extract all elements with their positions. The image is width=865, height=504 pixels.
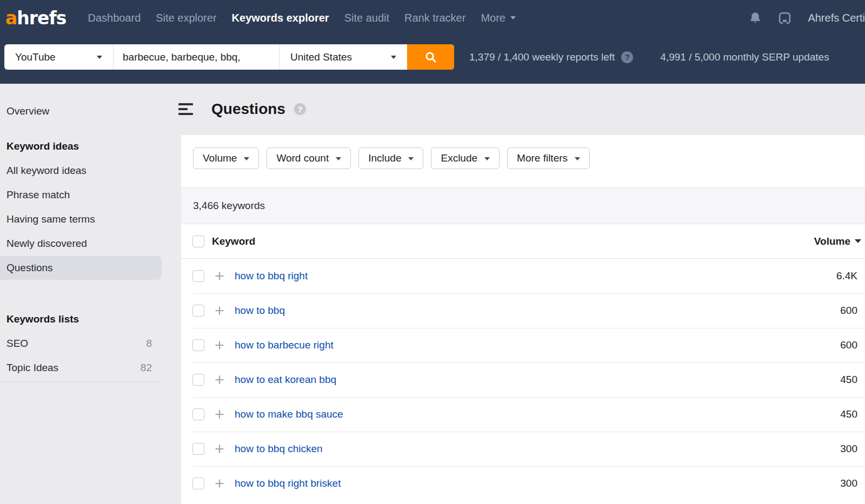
nav-site-audit[interactable]: Site audit [344,12,389,24]
nav-rank-tracker[interactable]: Rank tracker [404,12,465,24]
row-checkbox[interactable] [192,374,204,386]
ahrefs-certification-link[interactable]: Ahrefs Certi [808,12,865,24]
sidebar-item-newly-discovered[interactable]: Newly discovered [0,232,162,256]
filter-word-count-button[interactable]: Word count [267,147,351,169]
filter-volume-button[interactable]: Volume [193,147,259,169]
filter-exclude-button[interactable]: Exclude [431,147,500,169]
sidebar-item-phrase-match[interactable]: Phrase match [0,183,162,207]
reports-menu-icon[interactable] [178,103,193,115]
plus-icon[interactable] [214,271,225,281]
row-checkbox[interactable] [192,443,204,455]
list-label: Topic Ideas [6,362,58,373]
search-engine-select[interactable]: YouTube [4,44,114,70]
sidebar-divider [0,381,163,382]
help-icon[interactable]: ? [621,51,633,63]
column-header-volume[interactable]: Volume [814,236,857,247]
list-count: 8 [146,332,152,355]
weekly-reports-left: 1,379 / 1,400 weekly reports left [469,51,615,63]
row-checkbox[interactable] [192,305,204,317]
chevron-down-icon [244,157,249,160]
table-row: how to barbecue right 600 [181,328,865,362]
row-checkbox[interactable] [192,339,204,351]
chevron-down-icon [336,157,341,160]
keyword-link[interactable]: how to bbq right brisket [235,478,341,489]
plus-icon[interactable] [214,374,225,385]
list-label: SEO [6,338,28,349]
keyword-link[interactable]: how to barbecue right [235,339,334,351]
nav-keywords-explorer[interactable]: Keywords explorer [232,12,329,24]
keyword-volume: 300 [840,443,857,455]
chevron-down-icon [575,157,580,160]
sidebar-item-topic-ideas-list[interactable]: 82 Topic Ideas [0,356,162,380]
bell-icon[interactable] [749,11,762,24]
sidebar-item-questions[interactable]: Questions [0,256,162,280]
keyword-volume: 6.4K [836,270,857,282]
ahrefs-logo[interactable]: ahrefs [5,8,66,29]
table-row: how to make bbq sauce 450 [181,397,865,432]
keyword-link[interactable]: how to bbq [235,305,285,317]
nav-site-explorer[interactable]: Site explorer [156,12,216,24]
keyword-link[interactable]: how to bbq chicken [235,443,323,455]
search-button[interactable] [407,44,454,70]
monthly-serp-updates: 4,991 / 5,000 monthly SERP updates [660,51,829,63]
help-icon[interactable]: ? [294,103,306,115]
column-header-keyword: Keyword [212,236,255,247]
filters-toolbar: Volume Word count Include Exclude More f… [181,135,865,187]
plus-icon[interactable] [214,443,225,454]
table-header: Keyword Volume [181,224,865,259]
report-title-row: Questions ? [178,100,306,118]
sidebar-header-keywords-lists: Keywords lists [0,307,162,331]
sort-caret-icon [855,239,861,243]
main-nav: ahrefs Dashboard Site explorer Keywords … [0,0,865,36]
table-row: how to bbq right 6.4K [181,259,865,293]
plus-icon[interactable] [214,305,225,316]
chevron-down-icon [484,157,490,160]
keyword-volume: 450 [840,408,857,420]
chevron-down-icon [510,16,516,19]
keyword-volume: 600 [840,339,857,351]
chevron-down-icon [97,56,102,59]
search-input-segment [114,44,280,70]
chevron-down-icon [391,56,396,59]
logo-letter-a: a [5,8,17,29]
keywords-count: 3,466 keywords [181,187,865,224]
reports-sidebar: Overview Keyword ideas All keyword ideas… [0,84,181,504]
usage-stats: 1,379 / 1,400 weekly reports left ? 4,99… [469,44,829,70]
sidebar-item-seo-list[interactable]: 8 SEO [0,332,162,355]
filter-include-button[interactable]: Include [358,147,423,169]
plus-icon[interactable] [214,340,225,351]
table-row: how to eat korean bbq 450 [181,362,865,397]
table-body: how to bbq right 6.4K how to bbq 600 how… [181,259,865,501]
keyword-volume: 600 [840,305,857,317]
table-row: how to bbq chicken 300 [181,432,865,466]
search-icon [424,51,437,63]
logo-rest: hrefs [17,8,66,29]
select-all-checkbox[interactable] [192,236,204,247]
plus-icon[interactable] [214,478,225,489]
row-checkbox[interactable] [192,270,204,282]
keyword-search-bar: YouTube United States [4,44,454,70]
more-filters-button[interactable]: More filters [507,147,590,169]
row-checkbox[interactable] [192,478,204,489]
table-row: how to bbq right brisket 300 [181,466,865,501]
nav-right-area: Ahrefs Certi [749,0,865,36]
keyword-link[interactable]: how to bbq right [235,270,308,282]
keyword-link[interactable]: how to eat korean bbq [235,374,336,386]
search-shell: YouTube United States [4,44,454,70]
search-engine-value: YouTube [15,51,56,63]
country-select[interactable]: United States [280,44,407,70]
sidebar-header-keyword-ideas: Keyword ideas [0,135,162,158]
nav-dashboard[interactable]: Dashboard [88,12,141,24]
sidebar-item-overview[interactable]: Overview [0,99,162,123]
country-value: United States [290,51,352,63]
keyword-link[interactable]: how to make bbq sauce [235,408,343,420]
sidebar-item-having-same-terms[interactable]: Having same terms [0,207,162,231]
nav-more[interactable]: More [481,12,516,24]
plus-icon[interactable] [214,409,225,420]
chevron-down-icon [408,157,414,160]
page-title: Questions [211,100,285,118]
sidebar-item-all-keyword-ideas[interactable]: All keyword ideas [0,159,162,183]
product-updates-icon[interactable] [778,11,791,25]
row-checkbox[interactable] [192,408,204,420]
keywords-input[interactable] [114,44,279,70]
